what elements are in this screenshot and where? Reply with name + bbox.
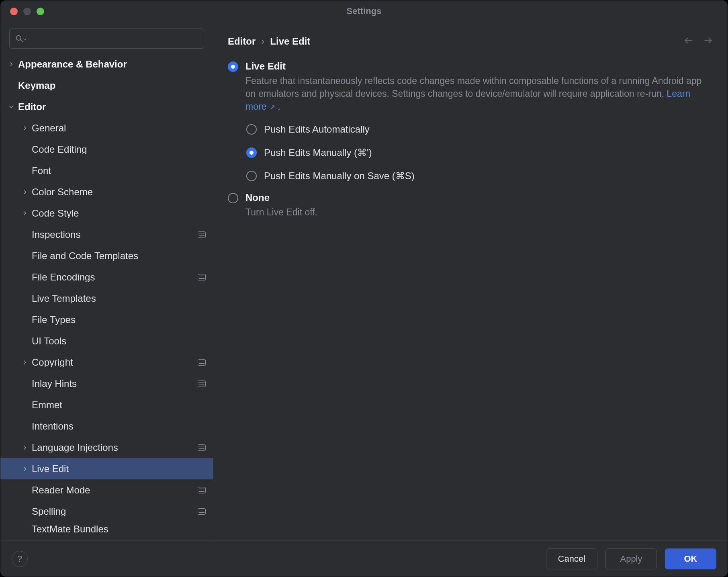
sidebar-item-general[interactable]: General <box>0 117 213 139</box>
sidebar-item-ui-tools[interactable]: UI Tools <box>0 330 213 352</box>
sidebar-item-code-editing[interactable]: Code Editing <box>0 139 213 160</box>
close-window-button[interactable] <box>10 8 18 15</box>
sidebar-item-color-scheme[interactable]: Color Scheme <box>0 181 213 203</box>
window-controls <box>10 0 44 22</box>
chevron-right-icon[interactable] <box>20 209 29 218</box>
sidebar-item-file-encodings[interactable]: File Encodings <box>0 266 213 288</box>
content-header: Editor › Live Edit <box>213 22 728 61</box>
sidebar-item-label: Reader Mode <box>32 485 198 495</box>
chevron-right-icon[interactable] <box>7 60 16 69</box>
search-icon <box>15 35 23 43</box>
project-scope-icon <box>198 508 206 515</box>
chevron-none-icon <box>20 524 29 533</box>
radio-sub-option-0[interactable] <box>246 124 257 135</box>
chevron-none-icon <box>20 166 29 175</box>
minimize-window-button[interactable] <box>23 8 31 15</box>
sidebar-item-copyright[interactable]: Copyright <box>0 352 213 373</box>
chevron-none-icon <box>20 379 29 388</box>
sidebar-item-spelling[interactable]: Spelling <box>0 501 213 522</box>
chevron-none-icon <box>20 273 29 282</box>
project-scope-icon <box>198 381 206 387</box>
chevron-right-icon[interactable] <box>20 464 29 473</box>
sidebar-item-font[interactable]: Font <box>0 160 213 181</box>
sidebar-item-appearance-behavior[interactable]: Appearance & Behavior <box>0 53 213 75</box>
sidebar-item-editor[interactable]: Editor <box>0 96 213 117</box>
dialog-footer: ? Cancel Apply OK <box>0 540 728 577</box>
chevron-none-icon <box>20 145 29 154</box>
sidebar-item-label: Editor <box>18 102 206 112</box>
sidebar-item-reader-mode[interactable]: Reader Mode <box>0 479 213 501</box>
chevron-none-icon <box>20 486 29 495</box>
sidebar-item-intentions[interactable]: Intentions <box>0 415 213 437</box>
window-title: Settings <box>347 6 382 16</box>
sidebar-item-label: Font <box>32 166 206 176</box>
chevron-none-icon <box>20 294 29 303</box>
sub-option-1[interactable]: Push Edits Manually (⌘') <box>246 147 713 158</box>
sidebar-item-file-types[interactable]: File Types <box>0 309 213 330</box>
help-button[interactable]: ? <box>12 551 28 567</box>
cancel-button[interactable]: Cancel <box>546 548 597 569</box>
chevron-none-icon <box>20 252 29 260</box>
sidebar-item-label: Appearance & Behavior <box>18 59 206 69</box>
settings-search[interactable] <box>9 29 204 49</box>
option-live-edit-desc: Feature that instantaneously reflects co… <box>245 74 713 113</box>
project-scope-icon <box>198 274 206 280</box>
option-none[interactable]: None Turn Live Edit off. <box>228 192 713 219</box>
chevron-right-icon[interactable] <box>20 188 29 196</box>
sidebar-item-label: UI Tools <box>32 336 206 346</box>
sidebar-item-inspections[interactable]: Inspections <box>0 224 213 245</box>
radio-live-edit[interactable] <box>228 61 238 72</box>
sidebar-item-language-injections[interactable]: Language Injections <box>0 437 213 458</box>
chevron-down-icon[interactable] <box>7 102 16 111</box>
settings-search-input[interactable] <box>31 33 198 44</box>
ok-button[interactable]: OK <box>665 548 716 569</box>
sidebar-item-file-and-code-templates[interactable]: File and Code Templates <box>0 245 213 266</box>
sidebar-item-label: Inlay Hints <box>32 379 198 389</box>
sidebar-item-live-templates[interactable]: Live Templates <box>0 288 213 309</box>
content-body: Live Edit Feature that instantaneously r… <box>213 61 728 540</box>
sidebar-item-live-edit[interactable]: Live Edit <box>0 458 213 479</box>
project-scope-icon <box>198 444 206 451</box>
chevron-right-icon[interactable] <box>20 443 29 452</box>
sidebar-item-label: Keymap <box>18 81 206 90</box>
nav-back-icon[interactable] <box>683 35 694 47</box>
sidebar-item-code-style[interactable]: Code Style <box>0 203 213 224</box>
external-link-icon: ↗ <box>269 103 275 111</box>
sub-option-0[interactable]: Push Edits Automatically <box>246 124 713 135</box>
sidebar-item-textmate-bundles[interactable]: TextMate Bundles <box>0 522 213 536</box>
chevron-right-icon[interactable] <box>20 124 29 133</box>
svg-point-0 <box>16 36 21 41</box>
sidebar-item-keymap[interactable]: Keymap <box>0 75 213 96</box>
sidebar-item-label: File Types <box>32 315 206 325</box>
chevron-none-icon <box>20 315 29 324</box>
nav-forward-icon[interactable] <box>703 35 713 47</box>
breadcrumb: Editor › Live Edit <box>228 36 310 47</box>
sidebar-item-label: Inspections <box>32 230 198 239</box>
sub-option-2[interactable]: Push Edits Manually on Save (⌘S) <box>246 170 713 182</box>
sidebar-item-label: Live Templates <box>32 294 206 303</box>
chevron-none-icon <box>20 507 29 516</box>
breadcrumb-part[interactable]: Editor <box>228 36 256 47</box>
sidebar-item-label: Code Editing <box>32 145 206 154</box>
settings-tree[interactable]: Appearance & BehaviorKeymapEditorGeneral… <box>0 53 213 540</box>
apply-button[interactable]: Apply <box>605 548 657 569</box>
zoom-window-button[interactable] <box>37 8 44 15</box>
sidebar-item-emmet[interactable]: Emmet <box>0 394 213 415</box>
radio-sub-option-2[interactable] <box>246 171 257 181</box>
live-edit-sub-options: Push Edits AutomaticallyPush Edits Manua… <box>246 124 713 182</box>
chevron-right-icon[interactable] <box>20 358 29 367</box>
chevron-none-icon <box>20 337 29 346</box>
option-live-edit[interactable]: Live Edit Feature that instantaneously r… <box>228 61 713 113</box>
option-none-desc: Turn Live Edit off. <box>245 206 317 219</box>
breadcrumb-sep: › <box>261 36 264 47</box>
sidebar-item-label: Copyright <box>32 358 198 367</box>
settings-window: Settings Appearance & BehaviorKeymapEdit… <box>0 0 728 577</box>
radio-sub-option-1[interactable] <box>246 147 257 158</box>
sub-option-label: Push Edits Manually on Save (⌘S) <box>264 170 415 182</box>
sub-option-label: Push Edits Manually (⌘') <box>264 147 372 158</box>
sidebar-item-label: TextMate Bundles <box>32 524 206 534</box>
radio-none[interactable] <box>228 193 238 203</box>
project-scope-icon <box>198 231 206 238</box>
sidebar-item-inlay-hints[interactable]: Inlay Hints <box>0 373 213 394</box>
option-none-title: None <box>245 192 317 203</box>
